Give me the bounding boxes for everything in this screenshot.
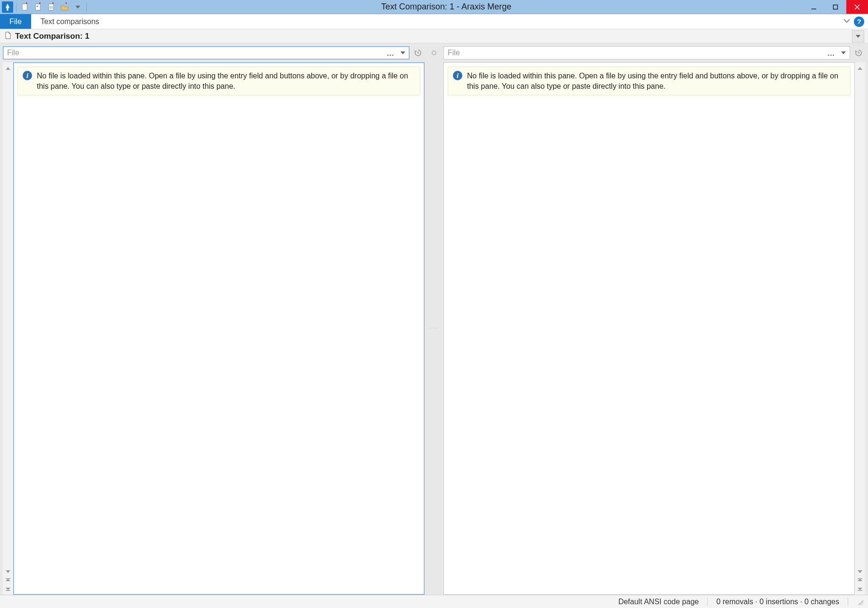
prev-change-icon[interactable] (4, 576, 12, 584)
minimize-button[interactable] (803, 0, 825, 14)
scroll-up-icon[interactable] (856, 64, 864, 73)
left-file-input[interactable] (3, 49, 384, 57)
window-title: Text Comparison: 1 - Araxis Merge (90, 2, 803, 12)
ribbon-tabs: File Text comparisons ? (0, 14, 868, 29)
right-pane-content[interactable]: i No file is loaded within this pane. Op… (443, 62, 855, 595)
status-changes: 0 removals · 0 insertions · 0 changes (716, 598, 839, 606)
info-icon: i (453, 71, 462, 80)
document-icon (4, 31, 12, 41)
new-binary-comparison-icon[interactable]: 01 (46, 1, 57, 13)
right-file-browse-icon[interactable]: ... (825, 47, 837, 59)
window-controls (803, 0, 868, 14)
new-folder-comparison-icon[interactable] (59, 1, 70, 13)
left-file-history-icon[interactable] (411, 46, 425, 59)
svg-rect-12 (858, 590, 862, 591)
info-icon: i (23, 71, 32, 80)
center-gutter: ··· (425, 46, 443, 595)
left-file-dropdown-icon[interactable] (397, 47, 409, 59)
link-indicator-icon[interactable] (432, 51, 436, 55)
scroll-down-icon[interactable] (4, 567, 12, 576)
workspace: ... i No file is loaded within this pane… (0, 43, 868, 595)
right-file-entry: ... (443, 46, 850, 59)
right-info-text: No file is loaded within this pane. Open… (467, 71, 845, 91)
svg-rect-10 (6, 590, 10, 591)
right-info-box: i No file is loaded within this pane. Op… (448, 67, 851, 95)
status-encoding: Default ANSI code page (618, 598, 699, 606)
separator (16, 2, 17, 12)
svg-rect-6 (834, 5, 838, 9)
document-tab-bar: Text Comparison: 1 (0, 29, 868, 43)
help-icon[interactable]: ? (854, 17, 864, 27)
right-pane-nav-gutter (855, 62, 865, 595)
right-pane: ... i No file is loaded within this pane… (443, 46, 865, 595)
next-change-icon[interactable] (856, 584, 864, 593)
left-file-entry: ... (3, 46, 409, 59)
app-icon[interactable] (2, 1, 13, 13)
ribbon-collapse-icon[interactable] (843, 17, 851, 26)
left-file-browse-icon[interactable]: ... (384, 47, 397, 59)
separator (707, 598, 708, 606)
new-text-comparison-icon[interactable] (19, 1, 31, 13)
close-button[interactable] (846, 0, 868, 14)
document-tab-menu[interactable] (852, 30, 864, 42)
svg-text:01: 01 (50, 6, 53, 9)
left-pane-nav-gutter (3, 62, 13, 595)
scroll-down-icon[interactable] (856, 567, 864, 576)
statusbar: Default ANSI code page 0 removals · 0 in… (0, 595, 868, 608)
left-pane: ... i No file is loaded within this pane… (3, 46, 425, 595)
right-file-input[interactable] (444, 49, 825, 57)
svg-point-2 (37, 5, 38, 7)
svg-rect-11 (858, 578, 862, 579)
prev-change-icon[interactable] (856, 576, 864, 584)
tab-text-comparisons[interactable]: Text comparisons (31, 14, 109, 29)
separator (86, 2, 87, 12)
left-info-text: No file is loaded within this pane. Open… (37, 71, 415, 91)
titlebar: 01 Text Comparison: 1 - Araxis Merge (0, 0, 868, 14)
maximize-button[interactable] (825, 0, 846, 14)
svg-rect-0 (22, 4, 27, 10)
left-info-box: i No file is loaded within this pane. Op… (17, 67, 420, 95)
next-change-icon[interactable] (4, 584, 12, 593)
qat-dropdown[interactable] (72, 1, 83, 13)
left-pane-content[interactable]: i No file is loaded within this pane. Op… (13, 62, 425, 595)
scroll-up-icon[interactable] (4, 64, 12, 73)
resize-grip-icon[interactable] (857, 599, 863, 605)
svg-rect-9 (6, 578, 10, 579)
right-file-dropdown-icon[interactable] (837, 47, 850, 59)
document-tab-title[interactable]: Text Comparison: 1 (15, 32, 89, 41)
quick-access-toolbar: 01 (0, 1, 90, 13)
tab-file[interactable]: File (0, 14, 31, 29)
new-image-comparison-icon[interactable] (33, 1, 44, 13)
svg-rect-1 (35, 4, 40, 10)
separator (848, 598, 848, 606)
right-file-history-icon[interactable] (852, 46, 865, 59)
link-handle-icon[interactable]: ··· (430, 59, 439, 595)
